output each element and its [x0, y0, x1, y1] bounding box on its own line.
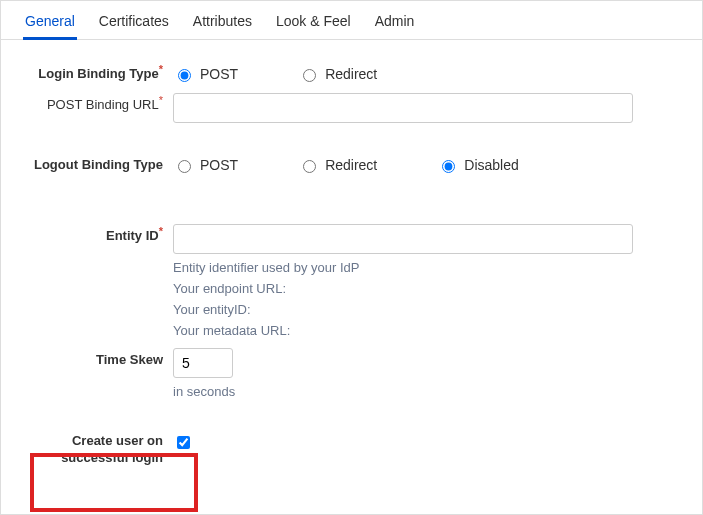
logout-binding-post-label: POST	[200, 157, 238, 173]
create-user-label: Create user on successful login	[23, 429, 173, 467]
entity-id-hint: Entity identifier used by your IdP	[173, 260, 680, 275]
login-binding-post-radio[interactable]: POST	[173, 66, 238, 82]
tab-lookfeel[interactable]: Look & Feel	[274, 7, 353, 40]
logout-binding-redirect-label: Redirect	[325, 157, 377, 173]
settings-panel: General Certificates Attributes Look & F…	[0, 0, 703, 515]
logout-binding-redirect-radio[interactable]: Redirect	[298, 157, 377, 173]
create-user-checkbox[interactable]	[177, 436, 190, 449]
logout-binding-disabled-label: Disabled	[464, 157, 518, 173]
login-binding-post-input[interactable]	[178, 69, 191, 82]
logout-binding-redirect-input[interactable]	[303, 160, 316, 173]
metadata-url-hint: Your metadata URL:	[173, 323, 680, 338]
general-form: Login Binding Type* POST Redirect PO	[1, 40, 702, 487]
login-binding-redirect-input[interactable]	[303, 69, 316, 82]
tab-bar: General Certificates Attributes Look & F…	[1, 1, 702, 40]
tab-certificates[interactable]: Certificates	[97, 7, 171, 40]
logout-binding-post-input[interactable]	[178, 160, 191, 173]
tab-attributes[interactable]: Attributes	[191, 7, 254, 40]
time-skew-unit: in seconds	[173, 384, 680, 399]
post-binding-url-input[interactable]	[173, 93, 633, 123]
login-binding-type-label: Login Binding Type*	[23, 62, 173, 83]
login-binding-redirect-radio[interactable]: Redirect	[298, 66, 377, 82]
tab-admin[interactable]: Admin	[373, 7, 417, 40]
logout-binding-post-radio[interactable]: POST	[173, 157, 238, 173]
entity-id-input[interactable]	[173, 224, 633, 254]
entity-id-label: Entity ID*	[23, 224, 173, 245]
login-binding-post-label: POST	[200, 66, 238, 82]
logout-binding-disabled-radio[interactable]: Disabled	[437, 157, 518, 173]
time-skew-input[interactable]	[173, 348, 233, 378]
time-skew-label: Time Skew	[23, 348, 173, 369]
post-binding-url-label: POST Binding URL*	[23, 93, 173, 114]
logout-binding-disabled-input[interactable]	[442, 160, 455, 173]
endpoint-url-hint: Your endpoint URL:	[173, 281, 680, 296]
your-entityid-hint: Your entityID:	[173, 302, 680, 317]
logout-binding-type-label: Logout Binding Type	[23, 153, 173, 174]
login-binding-redirect-label: Redirect	[325, 66, 377, 82]
tab-general[interactable]: General	[23, 7, 77, 40]
